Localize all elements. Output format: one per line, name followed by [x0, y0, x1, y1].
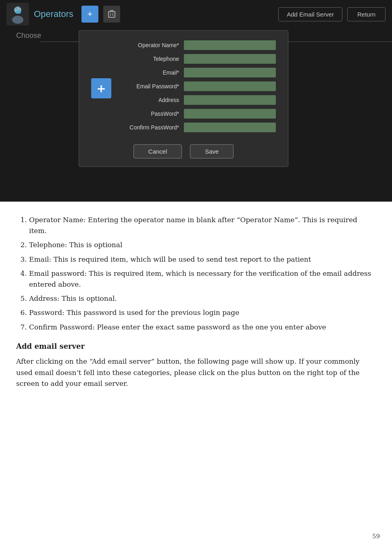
instruction-item-2: Telephone: This is optional	[29, 240, 376, 250]
instruction-item-7: Confirm Password: Please enter the exact…	[29, 322, 376, 333]
form-row-email-password: Email Password*	[119, 81, 276, 91]
screenshot-area: 🩺 Operators + Add Email Server Return Ch…	[0, 0, 392, 202]
input-operator-name[interactable]	[184, 40, 276, 50]
form-row-address: Address	[119, 95, 276, 105]
cancel-button[interactable]: Cancel	[133, 144, 182, 158]
svg-point-1	[12, 16, 23, 24]
label-password: PassWord*	[119, 110, 184, 117]
label-confirm-password: Confirm PassWord*	[119, 124, 184, 131]
section-para: After clicking on the “Add email server”…	[16, 356, 376, 389]
form-row-operator-name: Operator Name*	[119, 40, 276, 50]
dialog-add-icon: +	[91, 78, 111, 98]
top-bar: 🩺 Operators + Add Email Server Return	[0, 0, 392, 28]
svg-rect-3	[108, 12, 115, 17]
form-fields: Operator Name*TelephoneEmail*Email Passw…	[119, 40, 276, 136]
label-operator-name: Operator Name*	[119, 42, 184, 48]
input-confirm-password[interactable]	[184, 123, 276, 132]
save-button[interactable]: Save	[190, 144, 234, 158]
input-telephone[interactable]	[184, 54, 276, 64]
delete-operator-button[interactable]	[103, 6, 120, 23]
instruction-item-4: Email password: This is required item, w…	[29, 268, 376, 290]
input-email-password[interactable]	[184, 81, 276, 91]
return-button[interactable]: Return	[347, 7, 386, 21]
dialog-actions: Cancel Save	[91, 144, 276, 158]
label-email-password: Email Password*	[119, 83, 184, 90]
input-email[interactable]	[184, 68, 276, 77]
instruction-item-5: Address: This is optional.	[29, 293, 376, 304]
add-operator-button[interactable]: +	[81, 6, 98, 23]
svg-text:🩺: 🩺	[15, 7, 22, 14]
operators-label: Operators	[34, 9, 73, 19]
form-row-password: PassWord*	[119, 109, 276, 119]
dialog-header: + Operator Name*TelephoneEmail*Email Pas…	[91, 40, 276, 136]
add-operator-dialog: + Operator Name*TelephoneEmail*Email Pas…	[79, 30, 288, 167]
form-row-confirm-password: Confirm PassWord*	[119, 123, 276, 132]
add-email-server-button[interactable]: Add Email Server	[278, 7, 342, 21]
instruction-item-3: Email: This is required item, which will…	[29, 254, 376, 265]
content-area: Operator Name: Entering the operator nam…	[0, 202, 392, 409]
input-password[interactable]	[184, 109, 276, 119]
label-email: Email*	[119, 69, 184, 76]
avatar-icon: 🩺	[6, 3, 29, 25]
input-address[interactable]	[184, 95, 276, 105]
instruction-item-6: Password: This password is used for the …	[29, 307, 376, 318]
choose-label: Choose	[8, 27, 49, 44]
instructions-list: Operator Name: Entering the operator nam…	[29, 215, 376, 333]
form-row-email: Email*	[119, 68, 276, 77]
section-heading: Add email server	[16, 341, 376, 352]
label-address: Address	[119, 97, 184, 103]
form-row-telephone: Telephone	[119, 54, 276, 64]
label-telephone: Telephone	[119, 56, 184, 62]
page-number: 59	[372, 533, 380, 540]
instruction-item-1: Operator Name: Entering the operator nam…	[29, 215, 376, 236]
